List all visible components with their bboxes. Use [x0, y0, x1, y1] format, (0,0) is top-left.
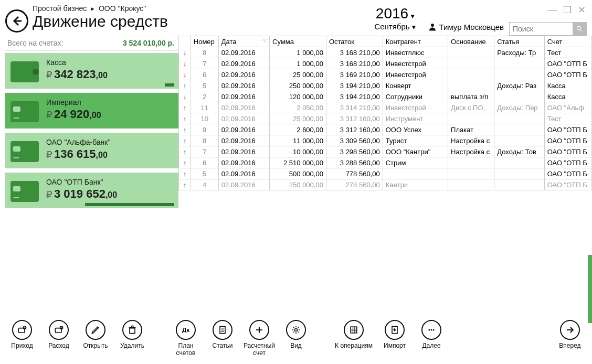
cell-date: 02.09.2016 [218, 124, 269, 135]
income-icon: + [17, 325, 27, 335]
table-row[interactable]: ↑ 9 02.09.2016 2 600,00 3 312 160,00 ООО… [179, 124, 592, 135]
user-name: Тимур Московцев [439, 23, 504, 31]
cell-agent: Кантри [383, 179, 448, 190]
open-button[interactable]: Открыть [81, 320, 110, 349]
table-row[interactable]: ↑ 11 02.09.2016 2 050,00 3 314 210,00 Ин… [179, 102, 592, 113]
col-number[interactable]: Номер [191, 36, 218, 47]
cell-article [494, 179, 544, 190]
cell-number: 5 [191, 80, 218, 91]
svg-point-10 [295, 329, 298, 331]
col-direction[interactable] [179, 36, 191, 47]
table-row[interactable]: ↓ 2 02.09.2016 120 000,00 3 194 210,00 С… [179, 91, 592, 102]
direction-icon: ↑ [183, 104, 187, 112]
svg-point-0 [431, 24, 434, 27]
cell-date: 02.09.2016 [218, 47, 269, 58]
minimize-button[interactable]: — [547, 4, 557, 16]
table-row[interactable]: ↓ 7 02.09.2016 1 000,00 3 168 210,00 Инв… [179, 58, 592, 69]
expense-icon: − [54, 325, 64, 335]
card-icon [10, 181, 39, 202]
table-row[interactable]: ↑ 4 02.09.2016 250 000,00 278 560,00 Кан… [179, 179, 592, 190]
cell-sum: 11 000,00 [270, 135, 326, 146]
col-article[interactable]: Статья [494, 36, 544, 47]
plan-button[interactable]: Дк План счетов [171, 320, 200, 357]
user-menu[interactable]: Тимур Московцев [428, 22, 504, 31]
cell-basis [448, 69, 494, 80]
month-selector[interactable]: Сентябрь▼ [374, 22, 417, 31]
cell-basis [448, 179, 494, 190]
cell-account: ОАО "ОТП Б [544, 58, 591, 69]
col-balance[interactable]: Остаток [326, 36, 383, 47]
cell-sum: 2 600,00 [270, 124, 326, 135]
search-icon [576, 25, 583, 33]
cell-agent: Сотрудники [383, 91, 448, 102]
table-row[interactable]: ↑ 8 02.09.2016 11 000,00 3 309 560,00 Ту… [179, 135, 592, 146]
cell-number: 2 [191, 91, 218, 102]
total-label: Всего на счетах: [7, 39, 63, 47]
table-row[interactable]: ↑ 6 02.09.2016 2 510 000,00 3 288 560,00… [179, 157, 592, 168]
to-operations-button[interactable]: К операциям [335, 320, 373, 349]
col-account[interactable]: Счет [544, 36, 591, 47]
account-card[interactable]: Империал ₽24 920,00 [5, 93, 178, 129]
table-row[interactable]: ↑ 5 02.09.2016 250 000,00 3 194 210,00 К… [179, 80, 592, 91]
maximize-button[interactable]: ❐ [563, 4, 572, 16]
cell-balance: 778 560,00 [326, 168, 383, 179]
cell-account: ОАО "ОТП Б [544, 168, 591, 179]
cell-account: ОАО "ОТП Б [544, 69, 591, 80]
cell-account: ОАО "Альф [544, 102, 591, 113]
table-row[interactable]: ↑ 5 02.09.2016 500 000,00 778 560,00 ОАО… [179, 168, 592, 179]
cell-basis [448, 47, 494, 58]
cell-article [494, 113, 544, 124]
account-card[interactable]: ОАО "Альфа-банк" ₽136 615,00 [5, 133, 178, 168]
cell-account: Касса [544, 91, 591, 102]
back-button[interactable] [5, 9, 28, 33]
close-button[interactable]: ✕ [578, 4, 586, 16]
account-card[interactable]: ОАО "ОТП Банк" ₽3 019 652,00 [5, 173, 178, 208]
grid-icon [348, 325, 359, 335]
settlement-button[interactable]: Расчетный счет [245, 320, 274, 357]
direction-icon: ↓ [183, 93, 187, 101]
cell-balance: 3 288 560,00 [326, 157, 383, 168]
forward-button[interactable]: Вперед [555, 320, 585, 349]
cell-balance: 3 169 210,00 [326, 69, 383, 80]
account-name: Империал [46, 98, 173, 106]
direction-icon: ↑ [183, 126, 187, 134]
income-button[interactable]: + Приход [7, 320, 37, 349]
search-button[interactable] [573, 22, 586, 36]
table-row[interactable]: ↑ 7 02.09.2016 10 000,00 3 298 560,00 ОО… [179, 146, 592, 157]
cell-basis: Плакат [448, 124, 494, 135]
cell-date: 02.09.2016 [218, 146, 269, 157]
account-card[interactable]: Касса ₽342 823,00 [5, 53, 178, 89]
arrow-left-icon [10, 15, 23, 27]
table-row[interactable]: ↑ 10 02.09.2016 25 000,00 3 312 160,00 И… [179, 113, 592, 124]
col-date[interactable]: Дата▽ [218, 36, 269, 47]
plus-icon [254, 325, 265, 335]
cell-basis [448, 168, 494, 179]
svg-text:Дк: Дк [182, 326, 189, 333]
col-agent[interactable]: Контрагент [383, 36, 448, 47]
dots-icon [426, 325, 437, 335]
breadcrumb-app[interactable]: Простой бизнес [33, 4, 87, 13]
gear-icon [291, 325, 301, 335]
cell-balance: 3 298 560,00 [326, 146, 383, 157]
expense-button[interactable]: − Расход [44, 320, 73, 349]
year-selector[interactable]: 2016▼ [374, 5, 417, 22]
table-row[interactable]: ↓ 8 02.09.2016 1 000,00 3 168 210,00 Инв… [179, 47, 592, 58]
wallet-icon [10, 61, 39, 82]
direction-icon: ↓ [183, 71, 187, 79]
direction-icon: ↑ [183, 148, 187, 156]
more-button[interactable]: Далее [417, 320, 446, 349]
col-basis[interactable]: Основание [448, 36, 494, 47]
cell-date: 02.09.2016 [218, 157, 269, 168]
breadcrumb-company[interactable]: ООО "Крокус" [99, 4, 146, 13]
table-row[interactable]: ↓ 6 02.09.2016 25 000,00 3 169 210,00 Ин… [179, 69, 592, 80]
delete-button[interactable]: Удалить [118, 320, 147, 349]
cell-balance: 3 168 210,00 [326, 47, 383, 58]
cell-basis [448, 113, 494, 124]
articles-button[interactable]: Статьи [208, 320, 237, 349]
arrow-right-icon [565, 325, 575, 335]
view-button[interactable]: Вид [281, 320, 311, 349]
cell-article [494, 91, 544, 102]
import-button[interactable]: Импорт [380, 320, 409, 349]
col-sum[interactable]: Сумма [270, 36, 326, 47]
search-input[interactable] [510, 25, 573, 33]
